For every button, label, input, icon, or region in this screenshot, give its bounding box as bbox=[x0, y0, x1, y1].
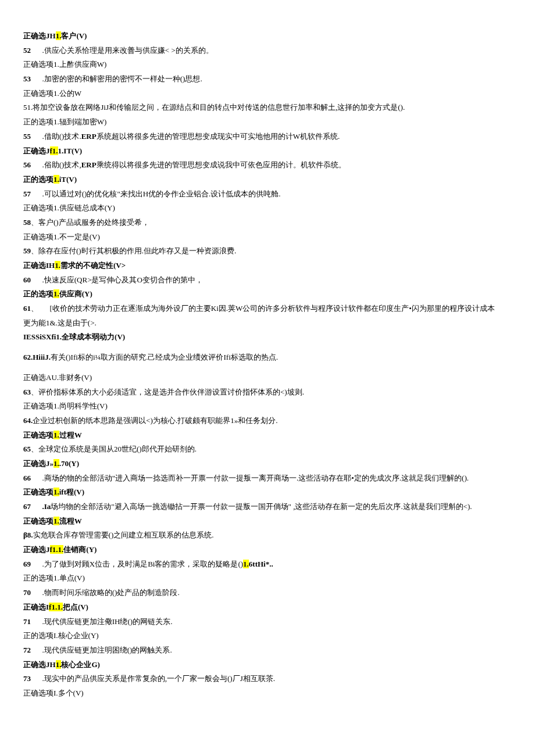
highlighted-text: 1. bbox=[55, 261, 60, 270]
text-segment: 正确选项1.公的W bbox=[23, 89, 81, 98]
text-line: 66.商场的物的全部活动"进入商场一捻选而补一开票一付款一提叛一离开商场一.这些… bbox=[23, 471, 512, 486]
text-segment: 59 bbox=[23, 246, 31, 255]
text-segment: 、 bbox=[31, 304, 38, 313]
text-line: 正确选项1.流程W bbox=[23, 514, 512, 529]
text-segment: .现实中的产品供应关系是作常复杂的,一个厂家一般会与()厂J相互联茶. bbox=[42, 674, 275, 683]
text-segment: .借助()技术. bbox=[42, 132, 81, 141]
highlighted-text: f1. bbox=[50, 146, 58, 155]
text-line: 70.物而时间乐缩故略的()处产品的制造阶段. bbox=[23, 586, 512, 600]
text-segment: 53 bbox=[23, 74, 31, 83]
text-segment: 56 bbox=[23, 160, 31, 169]
text-line: 正确选项1.ift程(V) bbox=[23, 485, 512, 500]
text-line: 正的选项1.iT(V) bbox=[23, 173, 512, 187]
text-segment: .俗助()技术, bbox=[42, 160, 81, 169]
text-line: 正确选项1.上酢供应商W) bbox=[23, 58, 512, 72]
text-segment: 61 bbox=[23, 304, 31, 313]
text-segment: .加密的密的和解密用的密愕不一样处一种()思想. bbox=[42, 74, 202, 83]
text-segment: [收价的技术劳动力正在逐渐成为海外设厂的主要Ki因.荚W公司的许多分析软件与程序… bbox=[50, 304, 495, 313]
text-segment: ift程(V) bbox=[59, 488, 84, 496]
text-line: 62.HiiiJ.有关()Ifi标的i¼取方面的研究.己经成为企业绩效评价Ifi… bbox=[23, 350, 512, 365]
text-line: 69.为了做到对顾X位击，及时满足Bi客的需求，采取的疑略是()1.6ttHi*… bbox=[23, 557, 512, 572]
text-segment: 64. bbox=[23, 416, 33, 425]
text-line: 56.俗助()技术,ERP乘统得以将很多先进的管理思想变成说我中可依色应用的计。… bbox=[23, 158, 512, 173]
highlighted-text: 1. bbox=[54, 289, 59, 298]
document-body: 正确选JH1.客户(V)52.供应心关系恰理是用来改善与供应嫌< >的关系的。正… bbox=[23, 29, 512, 701]
text-segment: 有关()Ifi标的i¼取方面的研究.己经成为企业绩效评价Ifi标选取的热点. bbox=[51, 353, 278, 361]
text-line: 51.将加空设备放在网络JiJ和传输层之间，在源结点和目的转点中对传送的信息世行… bbox=[23, 101, 512, 115]
text-line: 正确选AU.非财务(V) bbox=[23, 371, 512, 385]
text-segment: ERP bbox=[81, 160, 97, 169]
text-segment: ERP bbox=[81, 132, 97, 141]
text-line: 正确选If1.1.把点(V) bbox=[23, 600, 512, 615]
highlighted-text: f1.1. bbox=[49, 603, 63, 611]
text-segment: 客户(V) bbox=[61, 31, 87, 40]
text-line: 正的选项1.供应商(Y) bbox=[23, 287, 512, 302]
highlighted-text: 1. bbox=[54, 488, 59, 496]
text-segment: 正确选J bbox=[23, 146, 50, 155]
text-line: 正确选JH1.核心企业G) bbox=[23, 658, 512, 672]
text-segment: 、客户()产品或服务的处终接受希， bbox=[31, 218, 149, 227]
text-line: β8.实危联合库存管理需要()之间建立相互联系的估息系统. bbox=[23, 528, 512, 543]
blank-line bbox=[23, 345, 512, 350]
highlighted-text: 1. bbox=[56, 660, 62, 669]
highlighted-text: 1. bbox=[54, 431, 59, 439]
text-segment: 佳销商(Y) bbox=[63, 545, 97, 554]
text-segment: 正确选JH bbox=[23, 31, 56, 40]
text-line: 67.Ia场均物的全部活动"避入高场一挑选锄拈一开票一付款一提叛一国开倘场" ,… bbox=[23, 500, 512, 514]
text-segment: 正确选项I.多个(V) bbox=[23, 689, 84, 697]
text-segment: 58 bbox=[23, 218, 31, 227]
text-line: 更为能1&.这是由于(>. bbox=[23, 316, 512, 331]
text-segment: 60 bbox=[23, 275, 31, 284]
text-segment: 、除存在应付()时行其枳极的作用.但此咋存又是一种资源浪费. bbox=[31, 246, 236, 255]
text-line: 60.快速反应(QR>是写伸心及其O变切合作的第中， bbox=[23, 273, 512, 288]
text-segment: 72 bbox=[23, 646, 31, 654]
text-segment: 正确选JH bbox=[23, 660, 56, 669]
text-line: 正确选Jf1.1.IT(V) bbox=[23, 144, 512, 159]
text-line: 52.供应心关系恰理是用来改善与供应嫌< >的关系的。 bbox=[23, 44, 512, 58]
text-segment: 把点(V) bbox=[63, 603, 88, 611]
text-segment: 62.HiiiJ. bbox=[23, 353, 51, 361]
text-segment: .商场的物的全部活动"进入商场一捻选而补一开票一付款一提叛一离开商场一.这些活动… bbox=[42, 474, 469, 482]
text-segment: 正的选项I.核心企业(Y) bbox=[23, 631, 99, 640]
text-segment: 正确选项 bbox=[23, 431, 54, 439]
text-segment: 71 bbox=[23, 617, 31, 626]
text-line: 正确选项1.尚明科学性(V) bbox=[23, 399, 512, 414]
text-segment: 供应商(Y) bbox=[59, 289, 92, 298]
text-segment: .现代供应链更加注明困绕()的网触关系. bbox=[42, 646, 172, 654]
text-segment: 更为能1&.这是由于(>. bbox=[23, 318, 97, 327]
text-segment: 正确选项 bbox=[23, 517, 54, 525]
text-segment: .70(Y) bbox=[59, 459, 79, 468]
highlighted-text: 1. bbox=[243, 560, 249, 568]
text-segment: 场均物的全部活动"避入高场一挑选锄拈一开票一付款一提叛一国开倘场" ,这些活动存… bbox=[51, 502, 472, 511]
text-segment: 67 bbox=[23, 502, 31, 511]
text-segment: 正的选项 bbox=[23, 175, 54, 184]
text-segment: .可以通过对()的优化核"来找出H优的令作企业铝合.设计低成本的供吨舱. bbox=[42, 189, 281, 198]
text-segment: 正确选项1.尚明科学性(V) bbox=[23, 402, 108, 410]
highlighted-text: 1. bbox=[54, 517, 59, 525]
highlighted-text: 1. bbox=[56, 31, 62, 40]
text-segment: 流程W bbox=[59, 517, 82, 525]
text-segment: 过程W bbox=[59, 431, 82, 439]
text-segment: 73 bbox=[23, 674, 31, 683]
text-line: 正的选项1.单点(V) bbox=[23, 571, 512, 586]
text-line: 55.借助()技术.ERP系统超以将很多先进的管理思想变成现实中可实地他用的计W… bbox=[23, 130, 512, 144]
text-segment: 、全球定位系统是美国从20世纪()郎代开始研剂的. bbox=[31, 445, 197, 453]
text-line: 正确选JH1.客户(V) bbox=[23, 29, 512, 44]
text-segment: 正确选J bbox=[23, 545, 50, 554]
text-line: 正确选J»1..70(Y) bbox=[23, 457, 512, 471]
text-segment: 正的选项1.辐到端加密W) bbox=[23, 117, 106, 126]
text-segment: 正确选IH bbox=[23, 261, 55, 270]
text-segment: 需求的不确定性(V> bbox=[60, 261, 126, 270]
text-segment: 企业过枳创新的纸本思路是强调以<)为核心.打破颇有职能界1»和任务划分. bbox=[33, 416, 277, 425]
text-line: 正确选项I.多个(V) bbox=[23, 686, 512, 701]
text-line: 58、客户()产品或服务的处终接受希， bbox=[23, 216, 512, 230]
highlighted-text: 1. bbox=[54, 459, 59, 468]
text-line: 73.现实中的产品供应关系是作常复杂的,一个厂家一般会与()厂J相互联茶. bbox=[23, 672, 512, 686]
text-segment: 51.将加空设备放在网络JiJ和传输层之间，在源结点和目的转点中对传送的信息世行… bbox=[23, 103, 405, 112]
text-line: 正确选IH1.需求的不确定性(V> bbox=[23, 259, 512, 273]
text-line: 正的选项1.辐到端加密W) bbox=[23, 115, 512, 130]
text-line: 正确选项1.公的W bbox=[23, 87, 512, 101]
text-segment: 66 bbox=[23, 474, 31, 482]
text-segment: iT(V) bbox=[59, 175, 77, 184]
text-segment: .供应心关系恰理是用来改善与供应嫌< >的关系的。 bbox=[42, 46, 213, 55]
